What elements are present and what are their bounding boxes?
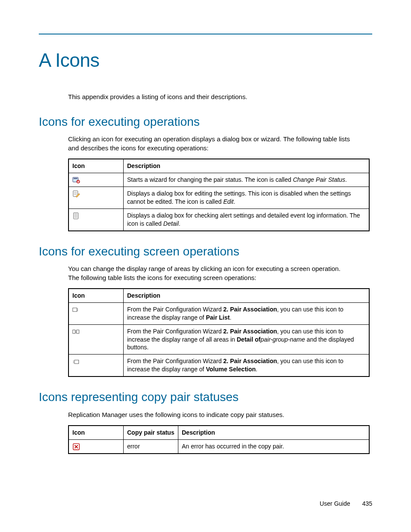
col-desc: Description: [178, 426, 370, 439]
svg-point-21: [76, 331, 76, 332]
table-row: error An error has occurred in the copy …: [68, 440, 369, 454]
desc-b2: Pair List: [206, 314, 230, 321]
icon-cell: [68, 302, 124, 324]
desc-text: From the Pair Configuration Wizard: [127, 358, 223, 364]
table-row: From the Pair Configuration Wizard 2. Pa…: [68, 302, 369, 324]
desc-text: Displays a dialog box for checking alert…: [127, 212, 360, 227]
svg-rect-7: [74, 213, 78, 219]
desc-cell: Displays a dialog box for editing the se…: [124, 187, 370, 209]
col-icon: Icon: [68, 426, 124, 439]
desc-text: From the Pair Configuration Wizard: [127, 328, 223, 335]
desc-text: Displays a dialog box for editing the se…: [127, 190, 351, 205]
appendix-title: A Icons: [39, 47, 372, 73]
expand-detail-icon: [72, 328, 80, 336]
table-header-row: Icon Description: [68, 159, 369, 173]
icon-cell: [68, 208, 124, 230]
top-rule: [39, 34, 372, 34]
table-row: Starts a wizard for changing the pair st…: [68, 173, 369, 187]
desc-em: Edit: [223, 198, 234, 205]
svg-point-26: [73, 362, 74, 363]
icon-cell: [68, 355, 124, 376]
svg-point-16: [78, 308, 78, 309]
table-header-row: Icon Copy pair status Description: [68, 426, 369, 439]
appendix-intro: This appendix provides a listing of icon…: [68, 93, 352, 101]
section1-heading: Icons for executing operations: [39, 114, 372, 130]
footer-guide: User Guide: [320, 500, 350, 507]
table-header-row: Icon Description: [68, 289, 369, 302]
section3-heading: Icons representing copy pair statuses: [39, 389, 372, 405]
desc-cell: From the Pair Configuration Wizard 2. Pa…: [124, 324, 370, 355]
desc-cell: Starts a wizard for changing the pair st…: [124, 173, 370, 187]
desc-post: .: [256, 366, 258, 373]
svg-point-22: [76, 333, 76, 333]
icon-cell: [68, 324, 124, 355]
desc-em: Change Pair Status: [293, 176, 345, 183]
svg-rect-19: [73, 330, 75, 333]
desc-text: From the Pair Configuration Wizard: [127, 306, 223, 313]
svg-point-20: [76, 330, 76, 331]
change-pair-status-icon: [72, 176, 80, 184]
section3-table: Icon Copy pair status Description error …: [68, 425, 370, 454]
expand-volume-selection-icon: [72, 358, 80, 366]
desc-post: .: [345, 176, 347, 183]
desc-em: pair-group-name: [261, 336, 305, 343]
col-icon: Icon: [68, 159, 124, 173]
icon-cell: [68, 440, 124, 454]
desc-cell: Displays a dialog box for checking alert…: [124, 208, 370, 230]
col-icon: Icon: [68, 289, 124, 302]
desc-b2: Detail of: [237, 336, 260, 343]
section2-table: Icon Description F: [68, 288, 370, 377]
table-row: Displays a dialog box for checking alert…: [68, 208, 369, 230]
edit-icon: [72, 190, 80, 198]
desc-post: .: [179, 220, 181, 227]
footer-page: 435: [362, 500, 372, 507]
svg-rect-1: [74, 178, 78, 179]
table-row: From the Pair Configuration Wizard 2. Pa…: [68, 324, 369, 355]
section1-para: Clicking an icon for executing an operat…: [68, 135, 352, 152]
detail-icon: [72, 212, 80, 220]
desc-cell: An error has occurred in the copy pair.: [178, 440, 370, 454]
svg-rect-12: [73, 308, 77, 311]
icon-cell: [68, 173, 124, 187]
desc-text: Starts a wizard for changing the pair st…: [127, 176, 293, 183]
section3-para: Replication Manager uses the following i…: [68, 411, 352, 419]
expand-pair-list-icon: [72, 306, 80, 314]
table-row: From the Pair Configuration Wizard 2. Pa…: [68, 355, 369, 376]
col-desc: Description: [124, 289, 370, 302]
svg-point-17: [78, 310, 78, 310]
desc-post: .: [230, 314, 231, 321]
desc-b1: 2. Pair Association: [223, 306, 277, 313]
desc-b2: Volume Selection: [206, 366, 256, 373]
desc-b1: 2. Pair Association: [223, 328, 277, 335]
error-status-icon: [72, 443, 80, 451]
table-row: Displays a dialog box for editing the se…: [68, 187, 369, 209]
desc-em: Detail: [163, 220, 179, 227]
section1-table: Icon Description Starts a wizard for cha…: [68, 159, 370, 231]
desc-cell: From the Pair Configuration Wizard 2. Pa…: [124, 355, 370, 376]
desc-cell: From the Pair Configuration Wizard 2. Pa…: [124, 302, 370, 324]
page: A Icons This appendix provides a listing…: [0, 0, 411, 532]
page-footer: User Guide 435: [320, 500, 372, 508]
svg-rect-23: [77, 330, 79, 333]
section2-heading: Icons for executing screen operations: [39, 243, 372, 260]
icon-cell: [68, 187, 124, 209]
desc-post: .: [234, 198, 235, 205]
col-desc: Description: [124, 159, 370, 173]
col-status: Copy pair status: [124, 426, 178, 439]
svg-point-25: [73, 361, 74, 362]
status-cell: error: [124, 440, 178, 454]
desc-b1: 2. Pair Association: [223, 358, 277, 364]
svg-point-18: [78, 311, 78, 311]
section2-para: You can change the display range of area…: [68, 264, 352, 282]
svg-point-24: [73, 361, 74, 361]
svg-rect-27: [75, 360, 79, 364]
